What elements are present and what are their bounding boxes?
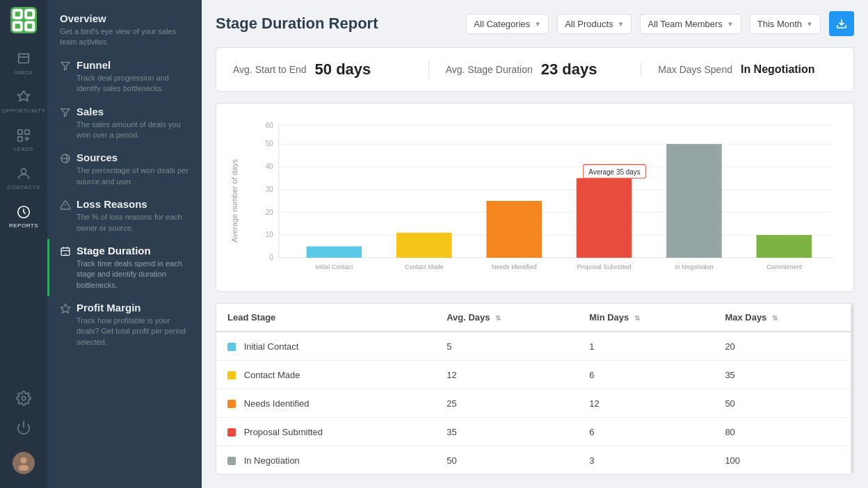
stage-name-4: In Negotiation — [244, 455, 300, 466]
cell-min-4: 3 — [578, 446, 714, 475]
cell-max-2: 50 — [714, 389, 853, 418]
nav-sources-desc: The percentage of won deals per source a… — [77, 165, 189, 187]
contacts-label: CONTACTS — [7, 184, 40, 190]
app-logo[interactable] — [10, 7, 37, 33]
col-min-days[interactable]: Min Days ⇅ — [578, 304, 714, 332]
svg-rect-37 — [396, 233, 452, 258]
settings-icon[interactable] — [0, 384, 47, 413]
nav-item-loss-reasons[interactable]: Loss Reasons The % of loss reasons for e… — [47, 193, 202, 239]
svg-point-11 — [20, 457, 26, 464]
filter-team-label: All Team Members — [648, 19, 722, 29]
stage-color-1 — [227, 371, 236, 380]
sidebar-item-leads[interactable]: LEADS — [0, 121, 47, 159]
power-icon[interactable] — [0, 413, 47, 442]
nav-item-profit-margin[interactable]: Profit Margin Track how profitable is yo… — [47, 296, 202, 353]
svg-rect-45 — [757, 235, 812, 258]
opportunity-label: OPPORTUNITY — [1, 108, 45, 114]
chart-y-axis-label: Average number of days — [230, 159, 239, 243]
chevron-down-icon: ▼ — [727, 20, 734, 28]
filter-products[interactable]: All Products ▼ — [557, 14, 632, 34]
reports-label: REPORTS — [9, 222, 38, 229]
svg-point-9 — [22, 396, 26, 400]
download-button[interactable] — [829, 11, 854, 36]
cell-avg-2: 25 — [435, 389, 578, 418]
avg-start-end-label: Avg. Start to End — [233, 64, 307, 75]
leads-label: LEADS — [14, 146, 34, 152]
stage-color-0 — [227, 343, 236, 351]
stage-color-4 — [227, 457, 236, 465]
cell-stage-2: Needs Identified — [216, 389, 435, 418]
page-header: Stage Duration Report All Categories ▼ A… — [216, 11, 854, 36]
svg-point-12 — [19, 465, 29, 471]
svg-text:0: 0 — [269, 254, 273, 261]
svg-rect-4 — [18, 130, 22, 134]
cell-avg-4: 50 — [435, 446, 578, 475]
table-row: Contact Made 12 6 35 — [216, 361, 853, 389]
nav-profit-desc: Track how profitable is your deals? Get … — [77, 316, 189, 348]
table-row: Needs Identified 25 12 50 — [216, 389, 853, 418]
filter-team-members[interactable]: All Team Members ▼ — [640, 14, 741, 34]
avg-stage-value: 23 days — [541, 60, 597, 79]
chart-inner: Average number of days 0 10 20 30 40 50 … — [230, 117, 839, 284]
sidebar-item-reports[interactable]: REPORTS — [0, 197, 47, 236]
nav-sales-desc: The sales amount of deals you won over a… — [77, 120, 189, 141]
sidebar-item-contacts[interactable]: CONTACTS — [0, 159, 47, 197]
col-lead-stage[interactable]: Lead Stage — [216, 304, 435, 332]
svg-text:In Negotiation: In Negotiation — [675, 263, 713, 270]
sort-avg-icon: ⇅ — [495, 314, 501, 322]
svg-text:Commitment: Commitment — [766, 263, 802, 270]
cell-max-3: 80 — [714, 418, 853, 446]
svg-rect-3 — [26, 22, 33, 30]
filter-products-label: All Products — [565, 19, 613, 29]
sidebar-bottom — [0, 384, 47, 488]
summary-max-days: Max Days Spend In Negotiation — [641, 63, 837, 76]
svg-text:20: 20 — [266, 208, 273, 215]
sidebar-item-opportunity[interactable]: OPPORTUNITY — [0, 83, 47, 121]
table-row: Proposal Submitted 35 6 80 — [216, 418, 853, 446]
svg-rect-6 — [18, 137, 22, 141]
filter-period[interactable]: This Month ▼ — [750, 14, 821, 34]
nav-overview-title: Overview — [60, 13, 189, 24]
filter-categories-label: All Categories — [474, 19, 530, 29]
svg-point-7 — [21, 169, 26, 174]
cell-min-3: 6 — [578, 418, 714, 446]
stage-color-2 — [227, 400, 236, 408]
nav-panel: Overview Get a bird's eye view of your s… — [47, 0, 202, 488]
cell-stage-1: Contact Made — [216, 361, 435, 389]
sidebar-item-inbox[interactable]: INBOX — [0, 44, 47, 83]
stage-color-3 — [227, 428, 236, 437]
page-title: Stage Duration Report — [216, 15, 458, 33]
nav-item-sources[interactable]: Sources The percentage of won deals per … — [47, 146, 202, 193]
nav-item-sales[interactable]: Sales The sales amount of deals you won … — [47, 100, 202, 147]
col-max-days[interactable]: Max Days ⇅ — [714, 304, 853, 332]
table-scrollbar[interactable] — [851, 304, 853, 474]
filter-categories[interactable]: All Categories ▼ — [466, 14, 549, 34]
data-table-container: Lead Stage Avg. Days ⇅ Min Days ⇅ Max Da… — [216, 303, 854, 475]
cell-min-2: 12 — [578, 389, 714, 418]
cell-stage-3: Proposal Submitted — [216, 418, 435, 446]
avg-start-end-value: 50 days — [315, 60, 371, 79]
nav-funnel-title: Funnel — [77, 59, 189, 71]
nav-item-stage-duration[interactable]: 15 Stage Duration Track time deals spend… — [47, 239, 202, 296]
svg-rect-5 — [25, 130, 29, 134]
svg-text:10: 10 — [266, 231, 273, 238]
table-row: Initial Contact 5 1 20 — [216, 332, 853, 361]
nav-item-funnel[interactable]: Funnel Track deal progression and identi… — [47, 54, 202, 100]
col-avg-days[interactable]: Avg. Days ⇅ — [435, 304, 578, 332]
chart-container: Average number of days 0 10 20 30 40 50 … — [216, 103, 854, 292]
summary-bar: Avg. Start to End 50 days Avg. Stage Dur… — [216, 47, 854, 92]
cell-max-0: 20 — [714, 332, 853, 361]
nav-item-overview[interactable]: Overview Get a bird's eye view of your s… — [47, 7, 202, 54]
svg-text:50: 50 — [266, 140, 273, 147]
cell-avg-1: 12 — [435, 361, 578, 389]
cell-stage-0: Initial Contact — [216, 332, 435, 361]
svg-text:60: 60 — [266, 122, 273, 129]
cell-min-1: 6 — [578, 361, 714, 389]
stage-name-2: Needs Identified — [244, 398, 310, 409]
cell-stage-4: In Negotiation — [216, 446, 435, 475]
svg-rect-39 — [486, 201, 542, 258]
summary-avg-start-end: Avg. Start to End 50 days — [233, 60, 412, 79]
cell-max-4: 100 — [714, 446, 853, 475]
nav-overview-desc: Get a bird's eye view of your sales team… — [60, 26, 189, 48]
user-avatar[interactable] — [0, 445, 47, 481]
